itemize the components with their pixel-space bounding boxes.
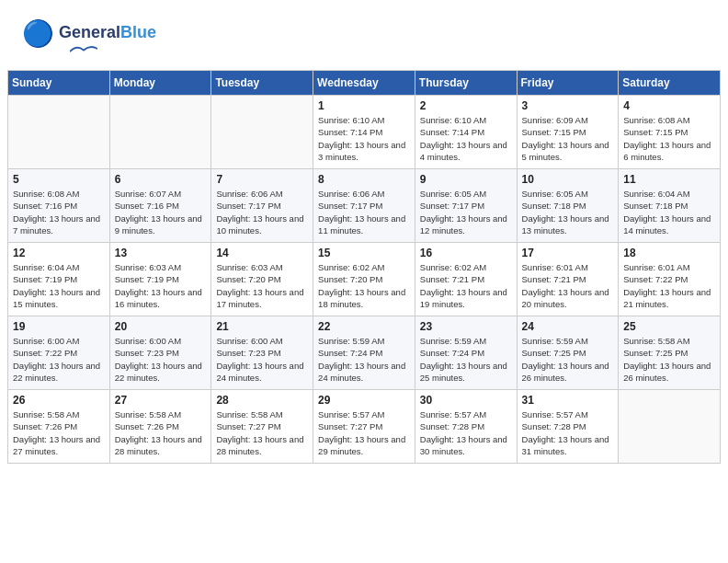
calendar-cell: 2Sunrise: 6:10 AM Sunset: 7:14 PM Daylig… — [415, 96, 517, 169]
calendar-cell: 21Sunrise: 6:00 AM Sunset: 7:23 PM Dayli… — [211, 316, 313, 390]
calendar-cell: 26Sunrise: 5:58 AM Sunset: 7:26 PM Dayli… — [8, 390, 110, 464]
page-header: 🔵 GeneralBlue — [0, 0, 728, 70]
day-info: Sunrise: 6:08 AM Sunset: 7:16 PM Dayligh… — [13, 188, 105, 236]
calendar-cell: 6Sunrise: 6:07 AM Sunset: 7:16 PM Daylig… — [109, 169, 211, 243]
day-number: 27 — [115, 394, 207, 407]
day-number: 3 — [522, 99, 614, 112]
calendar-cell: 18Sunrise: 6:01 AM Sunset: 7:22 PM Dayli… — [619, 243, 721, 316]
day-info: Sunrise: 6:10 AM Sunset: 7:14 PM Dayligh… — [318, 114, 410, 163]
calendar-cell: 15Sunrise: 6:02 AM Sunset: 7:20 PM Dayli… — [313, 243, 415, 316]
calendar-cell: 19Sunrise: 6:00 AM Sunset: 7:22 PM Dayli… — [8, 316, 110, 390]
day-number: 17 — [522, 247, 614, 259]
weekday-header: Tuesday — [211, 71, 313, 96]
calendar-cell: 8Sunrise: 6:06 AM Sunset: 7:17 PM Daylig… — [313, 169, 415, 243]
day-number: 20 — [115, 320, 207, 333]
day-info: Sunrise: 5:59 AM Sunset: 7:25 PM Dayligh… — [522, 335, 614, 384]
calendar-cell: 12Sunrise: 6:04 AM Sunset: 7:19 PM Dayli… — [8, 243, 110, 316]
calendar-cell: 16Sunrise: 6:02 AM Sunset: 7:21 PM Dayli… — [415, 243, 517, 316]
day-number: 9 — [420, 173, 512, 186]
calendar-cell: 4Sunrise: 6:08 AM Sunset: 7:15 PM Daylig… — [619, 96, 721, 169]
day-number: 1 — [318, 99, 410, 112]
day-number: 7 — [216, 173, 308, 186]
day-number: 18 — [623, 247, 715, 259]
day-number: 31 — [522, 394, 614, 407]
day-number: 11 — [623, 173, 715, 186]
day-info: Sunrise: 6:00 AM Sunset: 7:22 PM Dayligh… — [13, 335, 105, 384]
day-info: Sunrise: 5:59 AM Sunset: 7:24 PM Dayligh… — [318, 335, 410, 384]
calendar-cell: 31Sunrise: 5:57 AM Sunset: 7:28 PM Dayli… — [517, 390, 619, 464]
day-info: Sunrise: 6:02 AM Sunset: 7:20 PM Dayligh… — [318, 261, 410, 310]
day-number: 28 — [216, 394, 308, 407]
calendar-cell: 22Sunrise: 5:59 AM Sunset: 7:24 PM Dayli… — [313, 316, 415, 390]
day-info: Sunrise: 5:58 AM Sunset: 7:25 PM Dayligh… — [623, 335, 715, 384]
day-info: Sunrise: 6:00 AM Sunset: 7:23 PM Dayligh… — [115, 335, 207, 384]
day-number: 22 — [318, 320, 410, 333]
day-info: Sunrise: 5:57 AM Sunset: 7:27 PM Dayligh… — [318, 408, 410, 457]
day-number: 6 — [115, 173, 207, 186]
calendar-cell — [619, 390, 721, 464]
day-number: 10 — [522, 173, 614, 186]
logo-bird-icon: 🔵 — [22, 17, 55, 50]
day-info: Sunrise: 6:01 AM Sunset: 7:21 PM Dayligh… — [522, 261, 614, 310]
weekday-header: Wednesday — [313, 71, 415, 96]
day-number: 24 — [522, 320, 614, 333]
calendar-cell: 3Sunrise: 6:09 AM Sunset: 7:15 PM Daylig… — [517, 96, 619, 169]
day-info: Sunrise: 6:06 AM Sunset: 7:17 PM Dayligh… — [318, 188, 410, 236]
calendar-cell: 17Sunrise: 6:01 AM Sunset: 7:21 PM Dayli… — [517, 243, 619, 316]
day-number: 25 — [623, 320, 715, 333]
calendar-cell: 5Sunrise: 6:08 AM Sunset: 7:16 PM Daylig… — [8, 169, 110, 243]
day-info: Sunrise: 6:00 AM Sunset: 7:23 PM Dayligh… — [216, 335, 308, 384]
day-info: Sunrise: 6:09 AM Sunset: 7:15 PM Dayligh… — [522, 114, 614, 163]
calendar-cell — [109, 96, 211, 169]
day-info: Sunrise: 6:02 AM Sunset: 7:21 PM Dayligh… — [420, 261, 512, 310]
day-number: 13 — [115, 247, 207, 259]
day-info: Sunrise: 6:06 AM Sunset: 7:17 PM Dayligh… — [216, 188, 308, 236]
calendar-cell: 27Sunrise: 5:58 AM Sunset: 7:26 PM Dayli… — [109, 390, 211, 464]
calendar-cell: 25Sunrise: 5:58 AM Sunset: 7:25 PM Dayli… — [619, 316, 721, 390]
day-info: Sunrise: 6:04 AM Sunset: 7:18 PM Dayligh… — [623, 188, 715, 236]
day-number: 21 — [216, 320, 308, 333]
day-info: Sunrise: 5:58 AM Sunset: 7:26 PM Dayligh… — [115, 408, 207, 457]
calendar-table: SundayMondayTuesdayWednesdayThursdayFrid… — [7, 70, 721, 464]
day-info: Sunrise: 5:57 AM Sunset: 7:28 PM Dayligh… — [420, 408, 512, 457]
calendar-cell — [8, 96, 110, 169]
calendar-cell: 28Sunrise: 5:58 AM Sunset: 7:27 PM Dayli… — [211, 390, 313, 464]
day-number: 29 — [318, 394, 410, 407]
day-number: 30 — [420, 394, 512, 407]
calendar-cell: 20Sunrise: 6:00 AM Sunset: 7:23 PM Dayli… — [109, 316, 211, 390]
weekday-header: Saturday — [619, 71, 721, 96]
day-info: Sunrise: 6:04 AM Sunset: 7:19 PM Dayligh… — [13, 261, 105, 310]
day-number: 2 — [420, 99, 512, 112]
day-info: Sunrise: 6:03 AM Sunset: 7:19 PM Dayligh… — [115, 261, 207, 310]
calendar-cell: 30Sunrise: 5:57 AM Sunset: 7:28 PM Dayli… — [415, 390, 517, 464]
calendar-cell: 23Sunrise: 5:59 AM Sunset: 7:24 PM Dayli… — [415, 316, 517, 390]
day-number: 5 — [13, 173, 105, 186]
calendar-cell: 11Sunrise: 6:04 AM Sunset: 7:18 PM Dayli… — [619, 169, 721, 243]
day-number: 4 — [623, 99, 715, 112]
day-info: Sunrise: 6:10 AM Sunset: 7:14 PM Dayligh… — [420, 114, 512, 163]
day-info: Sunrise: 6:08 AM Sunset: 7:15 PM Dayligh… — [623, 114, 715, 163]
calendar-cell: 1Sunrise: 6:10 AM Sunset: 7:14 PM Daylig… — [313, 96, 415, 169]
day-number: 8 — [318, 173, 410, 186]
logo-text: GeneralBlue — [59, 24, 156, 42]
weekday-header: Friday — [517, 71, 619, 96]
day-number: 19 — [13, 320, 105, 333]
day-info: Sunrise: 6:05 AM Sunset: 7:17 PM Dayligh… — [420, 188, 512, 236]
day-info: Sunrise: 6:01 AM Sunset: 7:22 PM Dayligh… — [623, 261, 715, 310]
day-info: Sunrise: 5:59 AM Sunset: 7:24 PM Dayligh… — [420, 335, 512, 384]
day-number: 16 — [420, 247, 512, 259]
day-number: 15 — [318, 247, 410, 259]
calendar-cell: 10Sunrise: 6:05 AM Sunset: 7:18 PM Dayli… — [517, 169, 619, 243]
calendar-cell: 13Sunrise: 6:03 AM Sunset: 7:19 PM Dayli… — [109, 243, 211, 316]
weekday-header: Thursday — [415, 71, 517, 96]
day-number: 23 — [420, 320, 512, 333]
day-number: 12 — [13, 247, 105, 259]
weekday-header: Monday — [109, 71, 211, 96]
day-info: Sunrise: 6:03 AM Sunset: 7:20 PM Dayligh… — [216, 261, 308, 310]
day-number: 26 — [13, 394, 105, 407]
calendar-cell — [211, 96, 313, 169]
bird-icon — [70, 42, 97, 61]
day-info: Sunrise: 5:57 AM Sunset: 7:28 PM Dayligh… — [522, 408, 614, 457]
day-info: Sunrise: 6:07 AM Sunset: 7:16 PM Dayligh… — [115, 188, 207, 236]
calendar-cell: 7Sunrise: 6:06 AM Sunset: 7:17 PM Daylig… — [211, 169, 313, 243]
